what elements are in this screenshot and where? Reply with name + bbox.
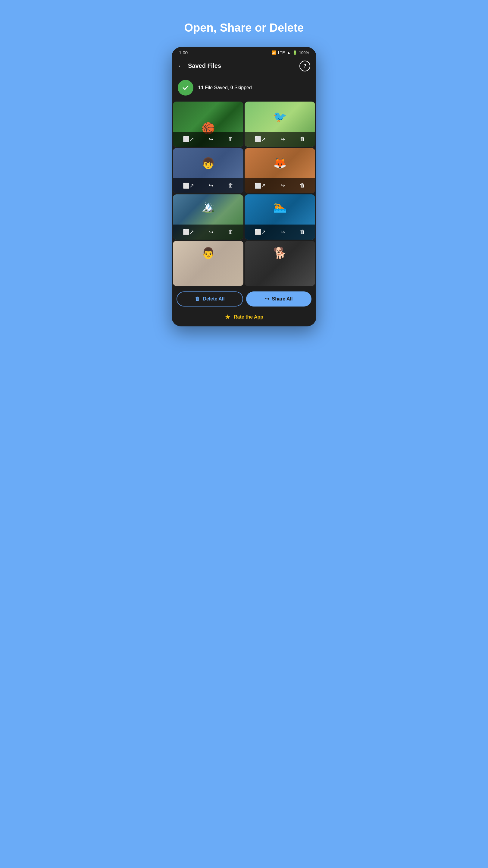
image-actions-fox: ⬜↗ ↪ 🗑: [245, 178, 315, 193]
delete-icon-children[interactable]: 🗑: [226, 181, 236, 190]
signal-icon: ▲: [287, 50, 291, 55]
help-button[interactable]: ?: [299, 61, 310, 71]
status-icons: 📶 LTE ▲ 🔋 100%: [271, 50, 309, 55]
status-time: 1:00: [179, 50, 188, 55]
delete-all-label: Delete All: [203, 296, 224, 302]
delete-all-button[interactable]: 🗑 Delete All: [176, 291, 243, 307]
rate-app-row[interactable]: ★ Rate the App: [172, 310, 316, 327]
open-icon-fox[interactable]: ⬜↗: [252, 181, 268, 190]
image-actions-children: ⬜↗ ↪ 🗑: [173, 178, 243, 193]
page-headline: Open, Share or Delete: [184, 21, 304, 35]
image-grid: ⬜↗ ↪ 🗑 ⬜↗ ↪ 🗑 ⬜↗ ↪ 🗑: [172, 100, 316, 287]
share-icon-children[interactable]: ↪: [206, 181, 216, 190]
bottom-buttons: 🗑 Delete All ↪ Share All: [172, 287, 316, 310]
share-icon-basketball[interactable]: ↪: [206, 135, 216, 144]
rate-app-label: Rate the App: [234, 314, 263, 320]
delete-icon-basketball[interactable]: 🗑: [226, 135, 236, 144]
status-bar: 1:00 📶 LTE ▲ 🔋 100%: [172, 47, 316, 57]
open-icon-mountain[interactable]: ⬜↗: [181, 227, 196, 237]
outer-container: Open, Share or Delete 1:00 📶 LTE ▲ 🔋 100…: [163, 12, 325, 327]
open-icon-children[interactable]: ⬜↗: [181, 181, 196, 190]
image-actions-mountain: ⬜↗ ↪ 🗑: [173, 224, 243, 240]
delete-icon-fox[interactable]: 🗑: [297, 181, 307, 190]
delete-icon-mountain[interactable]: 🗑: [226, 227, 236, 236]
image-dog: [245, 241, 315, 286]
share-icon-fox[interactable]: ↪: [278, 181, 287, 190]
image-card-mountain: ⬜↗ ↪ 🗑: [173, 194, 243, 240]
back-arrow-icon: ←: [178, 62, 184, 70]
delete-icon-bird[interactable]: 🗑: [297, 135, 307, 144]
skipped-count: 0: [230, 85, 233, 90]
wifi-icon: 📶: [271, 50, 276, 55]
status-text: 11 File Saved, 0 Skipped: [198, 85, 252, 90]
image-card-fox: ⬜↗ ↪ 🗑: [245, 148, 315, 193]
image-card-man: [173, 241, 243, 286]
image-card-bird: ⬜↗ ↪ 🗑: [245, 101, 315, 147]
delete-all-icon: 🗑: [195, 296, 200, 302]
battery-label: 100%: [299, 50, 309, 55]
phone-frame: 1:00 📶 LTE ▲ 🔋 100% ← Saved Files ?: [172, 47, 316, 327]
star-icon: ★: [225, 313, 231, 321]
check-circle-icon: [178, 80, 193, 96]
status-banner: 11 File Saved, 0 Skipped: [172, 75, 316, 100]
delete-icon-swimmer[interactable]: 🗑: [297, 227, 307, 236]
top-bar: ← Saved Files ?: [172, 57, 316, 75]
files-saved-count: 11: [198, 85, 204, 90]
share-icon-swimmer[interactable]: ↪: [278, 227, 287, 237]
back-button[interactable]: ← Saved Files: [178, 62, 221, 70]
image-card-children: ⬜↗ ↪ 🗑: [173, 148, 243, 193]
share-all-icon: ↪: [265, 296, 269, 302]
page-title: Saved Files: [188, 62, 221, 69]
image-card-basketball: ⬜↗ ↪ 🗑: [173, 101, 243, 147]
network-label: LTE: [278, 50, 285, 55]
image-card-dog: [245, 241, 315, 286]
open-icon-swimmer[interactable]: ⬜↗: [252, 227, 268, 237]
image-card-swimmer: ⬜↗ ↪ 🗑: [245, 194, 315, 240]
battery-icon: 🔋: [293, 50, 297, 55]
image-actions-basketball: ⬜↗ ↪ 🗑: [173, 132, 243, 147]
open-icon-basketball[interactable]: ⬜↗: [181, 135, 196, 144]
share-icon-bird[interactable]: ↪: [278, 135, 287, 144]
image-actions-bird: ⬜↗ ↪ 🗑: [245, 132, 315, 147]
share-icon-mountain[interactable]: ↪: [206, 227, 216, 237]
help-icon: ?: [303, 63, 306, 69]
open-icon-bird[interactable]: ⬜↗: [252, 135, 268, 144]
share-all-button[interactable]: ↪ Share All: [246, 291, 312, 307]
share-all-label: Share All: [272, 296, 293, 302]
image-man: [173, 241, 243, 286]
image-actions-swimmer: ⬜↗ ↪ 🗑: [245, 224, 315, 240]
